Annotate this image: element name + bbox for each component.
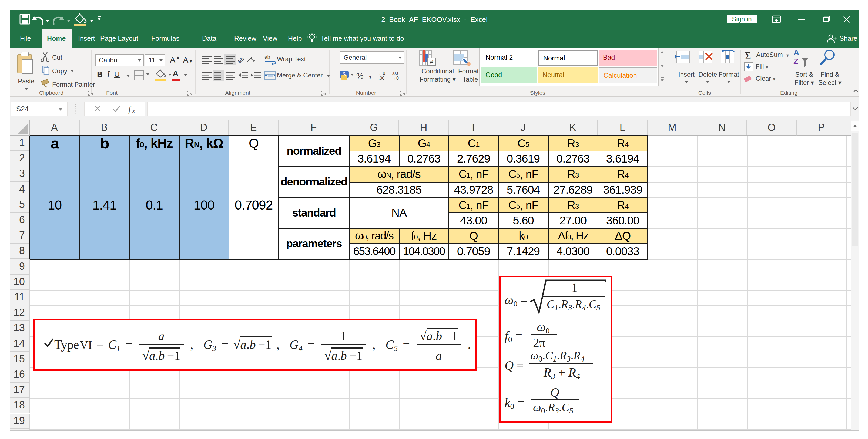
svg-text:Copy: Copy (52, 67, 67, 74)
svg-text:$: $ (343, 71, 345, 77)
svg-text:A: A (794, 49, 799, 57)
svg-text:,: , (369, 70, 371, 79)
svg-text:x: x (132, 107, 135, 114)
svg-text:≠: ≠ (430, 58, 433, 65)
svg-text:%: % (356, 71, 364, 80)
svg-text:ab: ab (265, 54, 270, 60)
svg-text:Cut: Cut (52, 54, 62, 61)
svg-text:ab: ab (238, 55, 245, 65)
svg-text:→0: →0 (392, 76, 399, 80)
svg-text:.00: .00 (378, 76, 384, 80)
svg-text:.00: .00 (392, 71, 398, 76)
svg-text:←0: ←0 (378, 71, 385, 76)
svg-text:Format Painter: Format Painter (52, 81, 95, 88)
svg-text:Z: Z (794, 57, 798, 66)
svg-text:Paste: Paste (18, 77, 34, 85)
svg-text:f: f (128, 104, 132, 114)
